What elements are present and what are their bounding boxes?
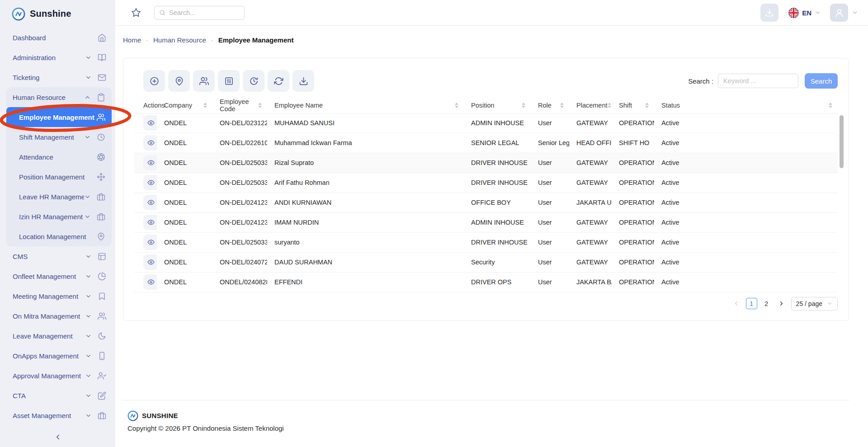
- sidebar-item-administration[interactable]: Administration: [0, 47, 115, 67]
- sidebar-item-meeting-management[interactable]: Meeting Management: [0, 286, 115, 306]
- sidebar-item-dashboard[interactable]: Dashboard: [0, 28, 115, 47]
- sidebar-item-attendance[interactable]: Attendance: [6, 147, 112, 167]
- column-header-role[interactable]: Role: [531, 98, 569, 113]
- sidebar-item-position-management[interactable]: Position Management: [6, 167, 112, 187]
- clock-icon: [97, 133, 105, 141]
- keyword-input[interactable]: [718, 74, 798, 88]
- content: Search : Search ActionsCompanyEmployee C…: [115, 54, 868, 321]
- sidebar-item-onfleet-management[interactable]: Onfleet Management: [0, 266, 115, 286]
- sidebar-item-label: Leave Management: [13, 332, 85, 340]
- sort-carets-icon[interactable]: [829, 103, 834, 108]
- role-cell: User: [531, 113, 569, 133]
- company-cell: ONDEL: [157, 232, 212, 252]
- sort-carets-icon[interactable]: [560, 103, 566, 108]
- users-icon: [199, 76, 209, 86]
- column-header-status[interactable]: Status: [654, 98, 838, 113]
- view-button[interactable]: [143, 195, 157, 210]
- clipboard-icon: [97, 93, 105, 102]
- employees-button[interactable]: [193, 70, 215, 92]
- user-menu[interactable]: [830, 4, 858, 22]
- sidebar-item-employee-management[interactable]: Employee Management: [6, 107, 112, 127]
- refresh-button[interactable]: [268, 70, 289, 92]
- breadcrumb-human-resource[interactable]: Human Resource: [153, 36, 206, 44]
- column-label: Employee Name: [274, 102, 323, 109]
- page-1-button[interactable]: 1: [746, 298, 757, 309]
- view-button[interactable]: [143, 175, 157, 190]
- breadcrumb-separator: ·: [211, 36, 213, 44]
- view-button[interactable]: [143, 135, 157, 151]
- sidebar-item-label: Location Management: [19, 233, 97, 240]
- name-cell: MUHAMAD SANUSI: [267, 113, 464, 133]
- sidebar-item-approval-management[interactable]: Approval Management: [0, 366, 115, 386]
- position-cell: SENIOR LEGAL: [464, 133, 531, 153]
- global-search-input[interactable]: [169, 9, 240, 16]
- view-button[interactable]: [143, 215, 157, 230]
- position-cell: DRIVER INHOUSE: [464, 232, 531, 252]
- view-button[interactable]: [143, 115, 157, 131]
- language-selector[interactable]: EN: [788, 8, 821, 18]
- column-header-shift[interactable]: Shift: [612, 98, 654, 113]
- search-button[interactable]: Search: [805, 73, 838, 89]
- sort-carets-icon[interactable]: [608, 103, 613, 108]
- sidebar-item-cta[interactable]: CTA: [0, 386, 115, 405]
- add-button[interactable]: [143, 70, 165, 92]
- page-2-button[interactable]: 2: [761, 298, 772, 309]
- column-header-employee-code[interactable]: Employee Code: [212, 98, 267, 113]
- view-button[interactable]: [143, 254, 157, 270]
- next-page-button[interactable]: [776, 298, 788, 310]
- sidebar-item-leave-hr-management[interactable]: Leave HR Management: [6, 187, 112, 207]
- column-header-employee-name[interactable]: Employee Name: [267, 98, 464, 113]
- history-button[interactable]: [243, 70, 264, 92]
- pie-chart-icon: [98, 272, 106, 281]
- sort-carets-icon[interactable]: [258, 103, 264, 108]
- sidebar-item-ticketing[interactable]: Ticketing: [0, 67, 115, 87]
- view-button[interactable]: [143, 274, 157, 290]
- sidebar-item-human-resource[interactable]: Human Resource: [6, 87, 112, 107]
- sidebar-item-leave-management[interactable]: Leave Management: [0, 326, 115, 346]
- sidebar-item-izin-hr-management[interactable]: Izin HR Management: [6, 207, 112, 226]
- sidebar-item-asset-management[interactable]: Asset Management: [0, 405, 115, 425]
- location-button[interactable]: [168, 70, 190, 92]
- sort-carets-icon[interactable]: [203, 103, 209, 108]
- position-cell: DRIVER OPS: [464, 272, 531, 292]
- column-header-placement[interactable]: Placement: [569, 98, 612, 113]
- sort-carets-icon[interactable]: [455, 103, 460, 108]
- footer-copyright: Copyright © 2026 PT Onindonesia Sistem T…: [127, 424, 849, 432]
- sidebar-item-label: Ticketing: [13, 74, 85, 81]
- sidebar-item-onapps-management[interactable]: OnApps Management: [0, 346, 115, 366]
- table-row: ONDELONDEL/02408284EFFENDIDRIVER OPSUser…: [134, 272, 838, 292]
- sidebar-item-shift-management[interactable]: Shift Management: [6, 127, 112, 147]
- company-cell: ONDEL: [157, 153, 212, 173]
- actions-cell: [134, 252, 157, 272]
- sidebar-item-location-management[interactable]: Location Management: [6, 226, 112, 246]
- eye-icon: [147, 278, 155, 286]
- sidebar-item-cms[interactable]: CMS: [0, 246, 115, 266]
- previous-page-button[interactable]: [731, 298, 742, 310]
- filter-button[interactable]: [218, 70, 240, 92]
- column-header-position[interactable]: Position: [464, 98, 531, 113]
- sort-carets-icon[interactable]: [522, 103, 527, 108]
- view-button[interactable]: [143, 155, 157, 170]
- status-cell: Active: [654, 193, 838, 212]
- column-label: Company: [164, 102, 192, 109]
- favorite-button[interactable]: [131, 8, 141, 18]
- language-label: EN: [802, 9, 811, 17]
- column-header-company[interactable]: Company: [157, 98, 212, 113]
- sort-carets-icon[interactable]: [645, 103, 651, 108]
- brand-name: Sunshine: [30, 9, 71, 19]
- sidebar-item-on-mitra-management[interactable]: On Mitra Management: [0, 306, 115, 326]
- brand-logo[interactable]: Sunshine: [0, 0, 115, 22]
- breadcrumb-home[interactable]: Home: [123, 36, 141, 44]
- table-scrollbar-thumb[interactable]: [840, 115, 844, 168]
- sidebar-collapse-button[interactable]: [0, 427, 115, 447]
- company-cell: ONDEL: [157, 212, 212, 232]
- moon-icon: [98, 332, 106, 340]
- export-button[interactable]: [292, 70, 314, 92]
- uk-flag-icon: [788, 8, 799, 18]
- page-size-select[interactable]: 25 / page: [791, 297, 838, 311]
- chevron-up-icon: [84, 94, 91, 101]
- chevron-down-icon: [85, 313, 92, 320]
- view-button[interactable]: [143, 235, 157, 250]
- eye-icon: [147, 199, 155, 206]
- download-button[interactable]: [760, 4, 778, 22]
